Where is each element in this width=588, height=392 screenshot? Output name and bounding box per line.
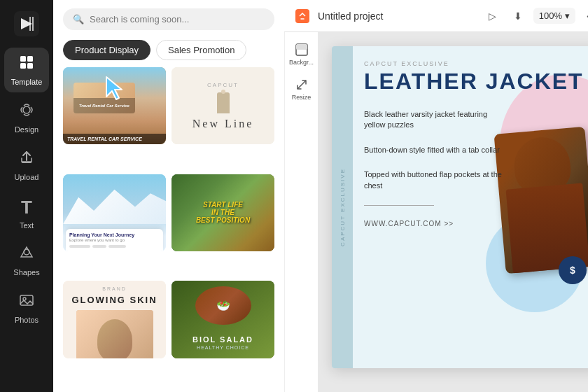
right-panel: Backgr... Resize: [284, 32, 318, 392]
canvas-strip-text: CAPCUT EXCLUSIVE: [340, 168, 346, 246]
template-3-subtitle: Explore where you want to go: [69, 238, 160, 242]
template-card-6[interactable]: 🥗 Biol Salad HEALTHY CHOICE: [172, 281, 274, 358]
search-icon: 🔍: [73, 14, 84, 24]
template-4-title: START LIFEIN THEBEST POSITION: [196, 201, 250, 224]
sidebar-item-text-label: Text: [20, 221, 34, 230]
canvas-content: Backgr... Resize CAPCUT EXCLUSIVE: [284, 32, 588, 392]
app-logo[interactable]: [11, 8, 42, 39]
canvas-wrapper[interactable]: CAPCUT EXCLUSIVE $ CAPCUT EXCLUSIVE: [318, 32, 588, 392]
template-1-title: Travel Rental Car Service: [67, 136, 162, 141]
sidebar-item-design-label: Design: [15, 125, 38, 134]
canvas-brand-text: CAPCUT EXCLUSIVE: [364, 60, 587, 67]
right-panel-resize[interactable]: Resize: [288, 73, 316, 105]
sidebar-item-photos[interactable]: Photos: [4, 286, 49, 330]
play-button[interactable]: ▷: [483, 6, 503, 26]
sidebar-item-upload[interactable]: Upload: [4, 143, 49, 188]
zoom-selector[interactable]: 100% ▾: [533, 8, 575, 24]
canvas-side-strip: CAPCUT EXCLUSIVE: [332, 46, 353, 368]
template-card-5[interactable]: BRAND Glowing Skin: [63, 281, 166, 358]
sidebar-item-template[interactable]: Template: [4, 48, 49, 92]
resize-label: Resize: [292, 94, 312, 101]
template-3-title: Planning Your Next Journey: [69, 232, 160, 237]
canvas-desc-1: Black leather varsity jacket featuring y…: [364, 109, 504, 131]
template-5-title: Glowing Skin: [63, 295, 166, 305]
template-card-2[interactable]: CAPCUT New Line: [172, 67, 274, 144]
photos-icon: [18, 292, 35, 313]
svg-rect-12: [296, 44, 307, 50]
template-card-3[interactable]: Planning Your Next Journey Explore where…: [63, 174, 166, 251]
sidebar-item-upload-label: Upload: [15, 173, 39, 181]
canvas-divider: [364, 205, 434, 206]
sidebar: Template Design Upload T Text: [0, 0, 53, 392]
zoom-chevron: ▾: [565, 10, 570, 21]
canvas-url: WWW.CAPCUT.COM >>: [364, 220, 587, 227]
filter-product-display[interactable]: Product Display: [63, 40, 150, 60]
svg-rect-1: [20, 56, 26, 62]
background-label: Backgr...: [289, 59, 314, 66]
svg-point-7: [24, 249, 29, 255]
project-icon: [295, 9, 309, 23]
canvas-desc-2: Button-down style fitted with a tab coll…: [364, 145, 504, 155]
template-panel: 🔍 Product Display Sales Promotion Travel…: [53, 0, 284, 392]
canvas-area: Untitled project ▷ ⬇ 100% ▾ ↩ Backgr...: [284, 0, 588, 392]
canvas-topbar: Untitled project ▷ ⬇ 100% ▾ ↩: [284, 0, 588, 32]
design-icon: [18, 102, 35, 122]
sidebar-item-design[interactable]: Design: [4, 95, 49, 140]
sidebar-item-template-label: Template: [11, 78, 43, 86]
template-6-title: Biol Salad: [172, 335, 274, 344]
template-card-4[interactable]: START LIFEIN THEBEST POSITION: [172, 174, 274, 251]
svg-rect-2: [27, 56, 33, 62]
canvas-descriptions: Black leather varsity jacket featuring y…: [364, 109, 587, 191]
right-panel-background[interactable]: Backgr...: [288, 38, 316, 70]
canvas-desc-3: Topped with buttoned flap pockets at the…: [364, 169, 504, 191]
canvas-main-content: CAPCUT EXCLUSIVE LEATHER JACKET Black le…: [353, 46, 588, 368]
shapes-icon: [18, 244, 35, 265]
filter-sales-promotion[interactable]: Sales Promotion: [156, 40, 246, 60]
search-bar: 🔍: [53, 0, 284, 36]
template-card-1[interactable]: Travel Rental Car Service Travel Rental …: [63, 67, 166, 144]
templates-grid: Travel Rental Car Service Travel Rental …: [53, 67, 284, 392]
project-title: Untitled project: [318, 10, 475, 22]
filter-buttons: Product Display Sales Promotion: [53, 36, 284, 67]
template-icon: [18, 54, 35, 75]
sidebar-item-shapes[interactable]: Shapes: [4, 238, 49, 283]
sidebar-item-photos-label: Photos: [15, 316, 38, 324]
search-input[interactable]: [90, 14, 265, 24]
zoom-level: 100%: [539, 10, 562, 21]
template-2-title: New Line: [192, 118, 254, 130]
canvas-headline: LEATHER JACKET: [364, 70, 587, 92]
upload-icon: [18, 149, 35, 170]
undo-button[interactable]: ↩: [581, 6, 588, 26]
topbar-actions: ▷ ⬇ 100% ▾ ↩: [483, 6, 588, 26]
design-canvas: CAPCUT EXCLUSIVE $ CAPCUT EXCLUSIVE: [332, 46, 588, 368]
text-icon: T: [21, 197, 32, 218]
sidebar-item-shapes-label: Shapes: [13, 268, 39, 276]
save-button[interactable]: ⬇: [508, 6, 528, 26]
svg-rect-3: [20, 63, 26, 69]
sidebar-item-text[interactable]: T Text: [4, 190, 49, 235]
svg-point-5: [23, 106, 30, 113]
search-wrapper[interactable]: 🔍: [63, 8, 274, 30]
svg-rect-4: [27, 63, 33, 69]
